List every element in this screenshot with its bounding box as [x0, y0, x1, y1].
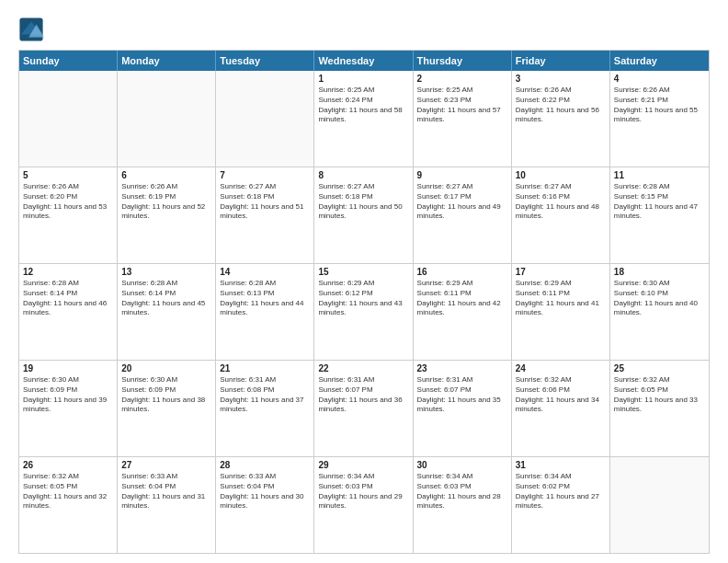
day-number: 28: [220, 460, 310, 470]
day-number: 14: [220, 267, 310, 277]
cell-info: Sunrise: 6:34 AMSunset: 6:03 PMDaylight:…: [417, 472, 507, 511]
day-number: 23: [417, 363, 507, 373]
cal-cell: 24Sunrise: 6:32 AMSunset: 6:06 PMDayligh…: [512, 361, 610, 456]
cal-cell: 3Sunrise: 6:26 AMSunset: 6:22 PMDaylight…: [512, 71, 610, 167]
day-number: 8: [318, 170, 408, 180]
cell-info: Sunrise: 6:34 AMSunset: 6:02 PMDaylight:…: [516, 472, 606, 511]
day-number: 4: [614, 74, 705, 84]
cal-cell: 31Sunrise: 6:34 AMSunset: 6:02 PMDayligh…: [512, 457, 610, 553]
week-row-4: 19Sunrise: 6:30 AMSunset: 6:09 PMDayligh…: [19, 360, 709, 456]
cal-cell: 29Sunrise: 6:34 AMSunset: 6:03 PMDayligh…: [314, 457, 413, 553]
cell-info: Sunrise: 6:29 AMSunset: 6:12 PMDaylight:…: [318, 279, 408, 318]
cal-cell: [216, 71, 314, 167]
cal-cell: 6Sunrise: 6:26 AMSunset: 6:19 PMDaylight…: [118, 167, 216, 263]
cell-info: Sunrise: 6:30 AMSunset: 6:09 PMDaylight:…: [23, 375, 113, 415]
day-number: 18: [614, 267, 705, 277]
cell-info: Sunrise: 6:28 AMSunset: 6:13 PMDaylight:…: [220, 279, 310, 318]
cal-cell: 17Sunrise: 6:29 AMSunset: 6:11 PMDayligh…: [512, 264, 610, 360]
day-number: 20: [121, 363, 211, 373]
day-number: 2: [417, 74, 507, 84]
cell-info: Sunrise: 6:30 AMSunset: 6:09 PMDaylight:…: [121, 375, 211, 415]
cell-info: Sunrise: 6:28 AMSunset: 6:14 PMDaylight:…: [23, 279, 113, 318]
day-number: 1: [318, 74, 408, 84]
cal-cell: 1Sunrise: 6:25 AMSunset: 6:24 PMDaylight…: [314, 71, 413, 167]
cal-cell: 19Sunrise: 6:30 AMSunset: 6:09 PMDayligh…: [19, 361, 118, 456]
day-number: 9: [417, 170, 507, 180]
cal-cell: 10Sunrise: 6:27 AMSunset: 6:16 PMDayligh…: [512, 167, 610, 263]
cal-cell: 16Sunrise: 6:29 AMSunset: 6:11 PMDayligh…: [414, 264, 512, 360]
cal-cell: 4Sunrise: 6:26 AMSunset: 6:21 PMDaylight…: [610, 71, 709, 167]
cal-cell: 23Sunrise: 6:31 AMSunset: 6:07 PMDayligh…: [414, 361, 512, 456]
cal-cell: 5Sunrise: 6:26 AMSunset: 6:20 PMDaylight…: [19, 167, 118, 263]
cal-cell: [610, 457, 709, 553]
day-number: 10: [516, 170, 606, 180]
cal-cell: [19, 71, 118, 167]
cell-info: Sunrise: 6:34 AMSunset: 6:03 PMDaylight:…: [318, 472, 408, 511]
cal-cell: 8Sunrise: 6:27 AMSunset: 6:18 PMDaylight…: [314, 167, 413, 263]
cal-cell: 20Sunrise: 6:30 AMSunset: 6:09 PMDayligh…: [118, 361, 216, 456]
cal-cell: 26Sunrise: 6:32 AMSunset: 6:05 PMDayligh…: [19, 457, 118, 553]
cell-info: Sunrise: 6:33 AMSunset: 6:04 PMDaylight:…: [220, 472, 310, 511]
cell-info: Sunrise: 6:33 AMSunset: 6:04 PMDaylight:…: [121, 472, 211, 511]
cell-info: Sunrise: 6:27 AMSunset: 6:18 PMDaylight:…: [220, 182, 310, 222]
cell-info: Sunrise: 6:28 AMSunset: 6:15 PMDaylight:…: [614, 182, 705, 222]
logo-icon: [18, 17, 44, 42]
cell-info: Sunrise: 6:25 AMSunset: 6:23 PMDaylight:…: [417, 86, 507, 125]
day-header-friday: Friday: [512, 51, 610, 71]
day-number: 12: [23, 267, 113, 277]
calendar-body: 1Sunrise: 6:25 AMSunset: 6:24 PMDaylight…: [19, 71, 709, 553]
day-number: 16: [417, 267, 507, 277]
day-number: 11: [614, 170, 705, 180]
logo: [18, 17, 48, 42]
day-header-sunday: Sunday: [19, 51, 118, 71]
day-number: 29: [318, 460, 408, 470]
cal-cell: 28Sunrise: 6:33 AMSunset: 6:04 PMDayligh…: [216, 457, 314, 553]
day-number: 22: [318, 363, 408, 373]
cal-cell: 7Sunrise: 6:27 AMSunset: 6:18 PMDaylight…: [216, 167, 314, 263]
cell-info: Sunrise: 6:25 AMSunset: 6:24 PMDaylight:…: [318, 86, 408, 125]
day-number: 24: [516, 363, 606, 373]
cell-info: Sunrise: 6:26 AMSunset: 6:21 PMDaylight:…: [614, 86, 705, 125]
day-number: 31: [516, 460, 606, 470]
day-number: 19: [23, 363, 113, 373]
day-number: 21: [220, 363, 310, 373]
week-row-1: 1Sunrise: 6:25 AMSunset: 6:24 PMDaylight…: [19, 71, 709, 167]
cell-info: Sunrise: 6:31 AMSunset: 6:08 PMDaylight:…: [220, 375, 310, 415]
cell-info: Sunrise: 6:29 AMSunset: 6:11 PMDaylight:…: [516, 279, 606, 318]
cal-cell: 30Sunrise: 6:34 AMSunset: 6:03 PMDayligh…: [414, 457, 512, 553]
calendar-header: SundayMondayTuesdayWednesdayThursdayFrid…: [19, 51, 709, 71]
cal-cell: 2Sunrise: 6:25 AMSunset: 6:23 PMDaylight…: [414, 71, 512, 167]
day-number: 5: [23, 170, 113, 180]
day-header-tuesday: Tuesday: [216, 51, 314, 71]
cell-info: Sunrise: 6:26 AMSunset: 6:19 PMDaylight:…: [121, 182, 211, 222]
day-header-monday: Monday: [118, 51, 216, 71]
cell-info: Sunrise: 6:32 AMSunset: 6:05 PMDaylight:…: [23, 472, 113, 511]
cell-info: Sunrise: 6:30 AMSunset: 6:10 PMDaylight:…: [614, 279, 705, 318]
day-number: 26: [23, 460, 113, 470]
day-number: 30: [417, 460, 507, 470]
cell-info: Sunrise: 6:32 AMSunset: 6:06 PMDaylight:…: [516, 375, 606, 415]
day-header-saturday: Saturday: [610, 51, 709, 71]
cal-cell: 27Sunrise: 6:33 AMSunset: 6:04 PMDayligh…: [118, 457, 216, 553]
day-number: 13: [121, 267, 211, 277]
week-row-3: 12Sunrise: 6:28 AMSunset: 6:14 PMDayligh…: [19, 263, 709, 360]
day-number: 25: [614, 363, 705, 373]
cal-cell: 12Sunrise: 6:28 AMSunset: 6:14 PMDayligh…: [19, 264, 118, 360]
cal-cell: 9Sunrise: 6:27 AMSunset: 6:17 PMDaylight…: [414, 167, 512, 263]
day-header-thursday: Thursday: [414, 51, 512, 71]
cal-cell: 22Sunrise: 6:31 AMSunset: 6:07 PMDayligh…: [314, 361, 413, 456]
cal-cell: 21Sunrise: 6:31 AMSunset: 6:08 PMDayligh…: [216, 361, 314, 456]
cell-info: Sunrise: 6:31 AMSunset: 6:07 PMDaylight:…: [417, 375, 507, 415]
calendar: SundayMondayTuesdayWednesdayThursdayFrid…: [18, 50, 710, 554]
day-number: 7: [220, 170, 310, 180]
cell-info: Sunrise: 6:27 AMSunset: 6:18 PMDaylight:…: [318, 182, 408, 222]
cal-cell: [118, 71, 216, 167]
cal-cell: 15Sunrise: 6:29 AMSunset: 6:12 PMDayligh…: [314, 264, 413, 360]
cell-info: Sunrise: 6:27 AMSunset: 6:16 PMDaylight:…: [516, 182, 606, 222]
day-number: 15: [318, 267, 408, 277]
week-row-5: 26Sunrise: 6:32 AMSunset: 6:05 PMDayligh…: [19, 456, 709, 553]
day-number: 6: [121, 170, 211, 180]
cell-info: Sunrise: 6:31 AMSunset: 6:07 PMDaylight:…: [318, 375, 408, 415]
day-number: 17: [516, 267, 606, 277]
cal-cell: 25Sunrise: 6:32 AMSunset: 6:05 PMDayligh…: [610, 361, 709, 456]
